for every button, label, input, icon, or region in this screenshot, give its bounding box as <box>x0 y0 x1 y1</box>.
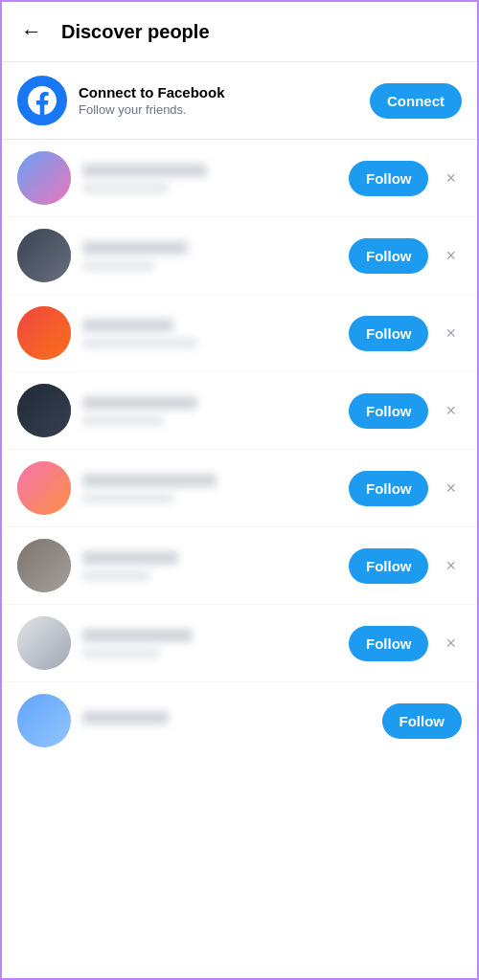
person-name <box>82 551 178 565</box>
person-info <box>82 629 337 658</box>
follow-button[interactable]: Follow <box>382 703 463 739</box>
follow-button[interactable]: Follow <box>349 471 429 506</box>
person-row: Follow × <box>2 527 477 605</box>
follow-button[interactable]: Follow <box>349 626 429 661</box>
avatar <box>17 461 71 515</box>
avatar <box>17 151 71 205</box>
dismiss-button[interactable]: × <box>440 552 462 580</box>
dismiss-button[interactable]: × <box>440 630 462 657</box>
person-row: Follow × <box>2 140 477 217</box>
person-sub <box>82 493 173 503</box>
dismiss-button[interactable]: × <box>440 475 462 502</box>
follow-button[interactable]: Follow <box>349 161 429 196</box>
person-row: Follow × <box>2 217 477 295</box>
dismiss-button[interactable]: × <box>440 397 462 425</box>
page-title: Discover people <box>61 21 210 43</box>
partial-person-row: Follow <box>2 682 477 759</box>
person-sub <box>82 338 197 348</box>
people-list: Follow × Follow × Follow × <box>2 140 477 682</box>
follow-button[interactable]: Follow <box>349 316 429 351</box>
follow-button[interactable]: Follow <box>349 393 429 429</box>
facebook-icon <box>17 76 67 125</box>
person-name <box>82 164 207 177</box>
person-info <box>82 551 337 581</box>
person-name <box>82 319 173 332</box>
avatar <box>17 694 71 747</box>
connect-button[interactable]: Connect <box>370 83 462 119</box>
person-sub <box>82 260 154 271</box>
person-row: Follow × <box>2 295 477 372</box>
avatar <box>17 229 71 282</box>
dismiss-button[interactable]: × <box>440 165 462 192</box>
facebook-connect-banner: Connect to Facebook Follow your friends.… <box>2 62 477 140</box>
person-sub <box>82 570 149 581</box>
person-info <box>82 711 371 730</box>
person-name <box>82 396 197 410</box>
person-sub <box>82 648 159 658</box>
person-info <box>82 319 337 348</box>
person-row: Follow × <box>2 372 477 450</box>
avatar <box>17 384 71 437</box>
avatar <box>17 539 71 592</box>
person-row: Follow × <box>2 605 477 682</box>
facebook-connect-subtitle: Follow your friends. <box>79 102 358 117</box>
person-info <box>82 474 337 503</box>
person-sub <box>82 183 169 193</box>
person-name <box>82 711 169 724</box>
back-button[interactable]: ← <box>17 15 46 48</box>
person-info <box>82 164 337 193</box>
person-sub <box>82 415 164 426</box>
avatar <box>17 306 71 360</box>
person-row: Follow × <box>2 450 477 527</box>
follow-button[interactable]: Follow <box>349 548 429 584</box>
avatar <box>17 616 71 670</box>
dismiss-button[interactable]: × <box>440 320 462 347</box>
person-info <box>82 396 337 426</box>
person-name <box>82 629 193 642</box>
facebook-connect-title: Connect to Facebook <box>79 84 358 100</box>
header: ← Discover people <box>2 2 477 62</box>
person-name <box>82 474 217 487</box>
follow-button[interactable]: Follow <box>349 238 429 274</box>
dismiss-button[interactable]: × <box>440 242 462 270</box>
person-name <box>82 241 188 255</box>
facebook-connect-text: Connect to Facebook Follow your friends. <box>79 84 358 117</box>
person-info <box>82 241 337 271</box>
